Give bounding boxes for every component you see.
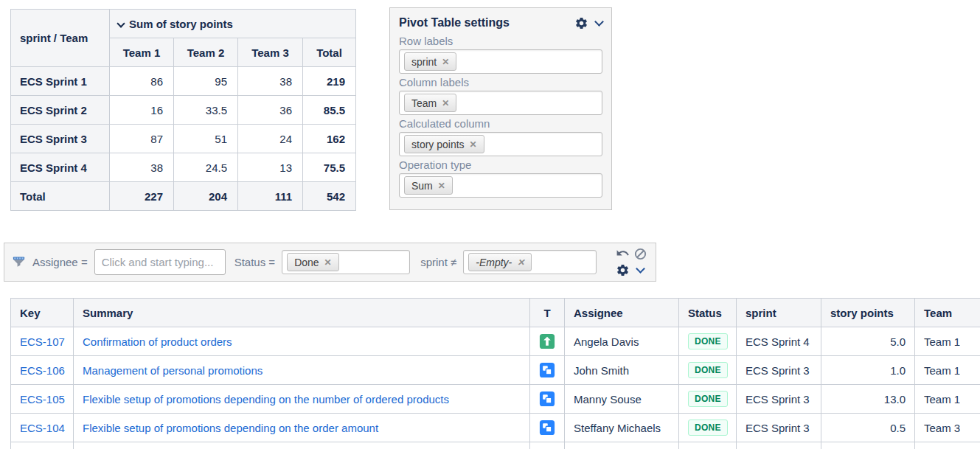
issue-type-story-icon xyxy=(539,391,555,407)
remove-tag-icon[interactable]: ✕ xyxy=(324,258,332,267)
status-badge: DONE xyxy=(688,391,728,406)
pivot-cell: 51 xyxy=(174,125,238,153)
issue-key-link[interactable]: ECS-105 xyxy=(20,393,65,406)
issue-type-story-icon xyxy=(539,420,555,436)
assignee-operator: = xyxy=(81,256,88,268)
issue-row: ECS-107 Confirmation of product orders A… xyxy=(11,327,980,356)
pivot-row: ECS Sprint 4 38 24.5 13 75.5 xyxy=(11,153,356,182)
pivot-corner-header: sprint / Team xyxy=(11,10,110,67)
chevron-down-icon xyxy=(117,19,125,27)
tag-done: Done✕ xyxy=(287,253,339,271)
status-operator: = xyxy=(268,256,275,268)
calculated-column-input[interactable]: story points✕ xyxy=(399,132,602,156)
pivot-cell: 13 xyxy=(238,153,303,182)
sprint-filter-label: sprint xyxy=(420,256,448,268)
tag-team: Team✕ xyxy=(404,94,456,112)
row-labels-input[interactable]: sprint✕ xyxy=(399,49,602,74)
remove-tag-icon[interactable]: ✕ xyxy=(470,140,477,149)
issue-team: Team 1 xyxy=(915,385,980,414)
issue-summary-link[interactable]: Confirmation of product orders xyxy=(83,335,232,348)
pivot-cell: 16 xyxy=(110,96,174,125)
pivot-row-total: 219 xyxy=(303,67,356,96)
issue-assignee: Steffany Michaels xyxy=(565,414,679,442)
tag-sum: Sum✕ xyxy=(404,176,453,195)
issues-header-row: Key Summary T Assignee Status sprint sto… xyxy=(11,299,980,327)
status-badge: DONE xyxy=(688,362,728,377)
gear-icon[interactable] xyxy=(574,16,588,30)
issue-summary-link[interactable]: Management of personal promotions xyxy=(83,364,263,377)
pivot-col-team1: Team 1 xyxy=(110,38,174,67)
col-assignee: Assignee xyxy=(565,299,679,327)
pivot-col-team3: Team 3 xyxy=(238,38,303,67)
issue-key-link[interactable]: ECS-107 xyxy=(20,335,65,348)
pivot-cell: 38 xyxy=(238,67,303,96)
issue-row: ECS-105 Flexible setup of promotions dep… xyxy=(11,385,980,414)
col-key: Key xyxy=(11,299,74,327)
issue-sprint: ECS Sprint 3 xyxy=(737,356,821,385)
issue-team: Team 3 xyxy=(915,414,980,442)
remove-tag-icon[interactable]: ✕ xyxy=(517,258,524,267)
column-labels-input[interactable]: Team✕ xyxy=(399,91,602,115)
pivot-cell: 33.5 xyxy=(174,96,238,125)
pivot-total-label: Total xyxy=(11,182,110,211)
sprint-operator: ≠ xyxy=(451,256,456,268)
chevron-down-icon[interactable] xyxy=(636,264,645,274)
issue-key-link[interactable]: ECS-106 xyxy=(20,364,65,377)
issue-row: ECS-106 Management of personal promotion… xyxy=(11,356,980,385)
issue-sprint: ECS Sprint 4 xyxy=(737,327,821,356)
column-labels-label: Column labels xyxy=(399,76,602,88)
issue-key-link[interactable]: ECS-104 xyxy=(20,422,65,434)
issue-type-story-icon xyxy=(539,362,555,378)
pivot-cell: 36 xyxy=(238,96,303,125)
status-filter-label: Status xyxy=(234,256,266,268)
remove-tag-icon[interactable]: ✕ xyxy=(442,58,449,66)
issue-summary-link[interactable]: Flexible setup of promotions depending o… xyxy=(83,422,378,434)
filter-bar: Assignee = Status = Done✕ sprint ≠ -Empt… xyxy=(4,243,656,282)
pivot-cell: 95 xyxy=(174,67,238,96)
chevron-down-icon[interactable] xyxy=(594,17,604,27)
tag-empty: -Empty-✕ xyxy=(468,253,532,271)
remove-tag-icon[interactable]: ✕ xyxy=(442,99,449,108)
pivot-row-total: 85.5 xyxy=(303,96,356,125)
status-badge: DONE xyxy=(688,420,728,435)
undo-icon[interactable] xyxy=(616,247,630,261)
pivot-measure-dropdown[interactable]: Sum of story points xyxy=(110,10,356,38)
issues-table: Key Summary T Assignee Status sprint sto… xyxy=(10,298,980,449)
pivot-row-label: ECS Sprint 4 xyxy=(11,153,110,182)
col-sprint: sprint xyxy=(737,299,821,327)
pivot-col-total: Total xyxy=(303,38,356,67)
issue-assignee: Angela Davis xyxy=(565,327,679,356)
col-status: Status xyxy=(679,299,737,327)
sprint-filter-input[interactable]: -Empty-✕ xyxy=(463,250,597,274)
tag-sprint: sprint✕ xyxy=(404,52,456,71)
pivot-settings-panel: Pivot Table settings Row labels sprint✕ … xyxy=(389,7,612,210)
pivot-table: sprint / Team Sum of story points Team 1… xyxy=(10,9,356,211)
operation-type-input[interactable]: Sum✕ xyxy=(399,173,602,198)
remove-tag-icon[interactable]: ✕ xyxy=(438,181,445,190)
filter-funnel-icon xyxy=(12,255,26,269)
pivot-row-total: 162 xyxy=(303,125,356,153)
pivot-cell: 24.5 xyxy=(174,153,238,182)
issue-sprint: ECS Sprint 3 xyxy=(737,385,821,414)
pivot-cell: 87 xyxy=(110,125,174,153)
pivot-total-cell: 204 xyxy=(174,182,238,211)
row-labels-label: Row labels xyxy=(399,35,602,47)
col-summary: Summary xyxy=(74,299,530,327)
issue-sprint: ECS Sprint 3 xyxy=(737,414,821,442)
issue-story-points: 0.5 xyxy=(821,414,915,442)
clear-filters-icon[interactable] xyxy=(633,247,647,261)
issue-story-points: 1.0 xyxy=(821,356,915,385)
pivot-row-total: 75.5 xyxy=(303,153,356,182)
issue-summary-link[interactable]: Flexible setup of promotions depending o… xyxy=(83,393,449,406)
col-type: T xyxy=(530,299,565,327)
pivot-col-team2: Team 2 xyxy=(174,38,238,67)
assignee-filter-input[interactable] xyxy=(94,249,226,275)
pivot-row-label: ECS Sprint 3 xyxy=(11,125,110,153)
gear-icon[interactable] xyxy=(616,263,630,277)
status-filter-input[interactable]: Done✕ xyxy=(282,250,410,274)
issue-row: ECS-104 Flexible setup of promotions dep… xyxy=(11,414,980,442)
pivot-row: ECS Sprint 1 86 95 38 219 xyxy=(11,67,356,96)
issue-row-partial xyxy=(11,442,980,449)
issue-assignee: Manny Souse xyxy=(565,385,679,414)
pivot-cell: 86 xyxy=(110,67,174,96)
